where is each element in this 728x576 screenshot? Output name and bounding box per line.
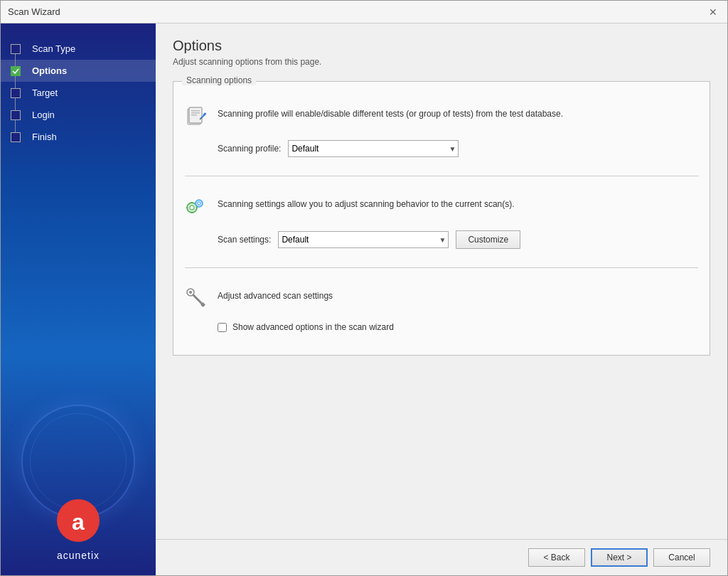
svg-rect-19 [186,207,188,208]
scan-profile-form-row: Scanning profile: Default Full Scan High… [185,140,698,157]
scan-settings-select[interactable]: Default Custom [278,231,449,248]
group-box-legend: Scanning options [182,75,256,85]
scan-settings-section: Scanning settings allow you to adjust sc… [185,183,698,260]
window-title: Scan Wizard [8,6,60,17]
sidebar-item-options[interactable]: Options [1,60,156,82]
advanced-settings-description: Adjust advanced scan settings [218,287,333,302]
scan-profile-select-wrapper: Default Full Scan High Risk Vulnerabilit… [288,140,459,157]
sidebar-label-finish: Finish [32,132,57,142]
main-panel: Options Adjust scanning options from thi… [156,23,727,575]
sidebar-item-login[interactable]: Login [1,104,156,126]
scan-type-checkbox [11,44,21,54]
finish-checkbox [11,132,21,142]
scan-wizard-window: Scan Wizard ✕ Scan Type [0,0,728,576]
customize-button[interactable]: Customize [456,230,520,249]
target-checkbox [11,88,21,98]
page-subtitle: Adjust scanning options from this page. [173,57,710,67]
advanced-options-checkbox[interactable] [218,323,227,332]
scan-profile-description: Scanning profile will enable/disable dif… [218,105,563,120]
acunetix-brand-text: acunetix [57,550,100,561]
scan-profile-section: Scanning profile will enable/disable dif… [185,93,698,169]
svg-rect-9 [191,114,197,116]
content-area: Scan Type Options [1,23,727,575]
svg-point-22 [189,291,192,294]
scanning-options-group: Scanning options [173,81,710,356]
cancel-button[interactable]: Cancel [653,548,710,567]
scan-settings-header-row: Scanning settings allow you to adjust sc… [185,195,698,218]
scan-profile-select[interactable]: Default Full Scan High Risk Vulnerabilit… [288,140,459,157]
scan-settings-select-wrapper: Default Custom ▼ [278,231,449,248]
next-button[interactable]: Next > [591,548,648,567]
divider-2 [185,267,698,268]
footer: < Back Next > Cancel [156,539,727,575]
svg-rect-17 [191,202,193,203]
svg-text:a: a [72,509,85,535]
sidebar-nav: Scan Type Options [1,23,156,481]
back-button[interactable]: < Back [528,548,585,567]
advanced-options-checkbox-row: Show advanced options in the scan wizard [185,322,698,332]
advanced-settings-header-row: Adjust advanced scan settings [185,287,698,309]
close-button[interactable]: ✕ [706,5,720,19]
sidebar-label-options: Options [32,65,67,76]
acunetix-logo-icon: a [53,496,103,545]
advanced-settings-icon [185,287,208,309]
svg-rect-8 [191,112,200,114]
page-header: Options Adjust scanning options from thi… [156,23,727,74]
scan-profile-header-row: Scanning profile will enable/disable dif… [185,105,698,127]
scan-profile-label: Scanning profile: [218,144,281,154]
svg-rect-7 [191,110,200,112]
advanced-settings-section: Adjust advanced scan settings Show advan… [185,275,698,343]
login-checkbox [11,110,21,120]
page-body: Scanning options [156,74,727,539]
title-bar: Scan Wizard ✕ [1,1,727,23]
divider-1 [185,176,698,176]
svg-point-16 [198,202,200,205]
sidebar-label-login: Login [32,110,55,120]
svg-rect-20 [197,207,198,208]
svg-point-14 [190,206,194,210]
sidebar-item-scan-type[interactable]: Scan Type [1,38,156,60]
svg-rect-18 [191,213,193,214]
sidebar-label-target: Target [32,87,58,98]
options-checkbox [11,66,21,76]
scan-settings-form-row: Scan settings: Default Custom ▼ Customiz… [185,230,698,249]
scan-settings-description: Scanning settings allow you to adjust sc… [218,195,515,210]
page-title: Options [173,38,710,54]
sidebar-item-target[interactable]: Target [1,82,156,104]
sidebar: Scan Type Options [1,23,156,575]
scan-settings-icon [185,195,208,218]
advanced-options-checkbox-label[interactable]: Show advanced options in the scan wizard [232,322,394,332]
sidebar-label-scan-type: Scan Type [32,43,75,54]
sidebar-logo: a acunetix [1,481,156,575]
scan-profile-icon [185,105,208,127]
sidebar-item-finish[interactable]: Finish [1,126,156,148]
scan-settings-label: Scan settings: [218,235,271,245]
